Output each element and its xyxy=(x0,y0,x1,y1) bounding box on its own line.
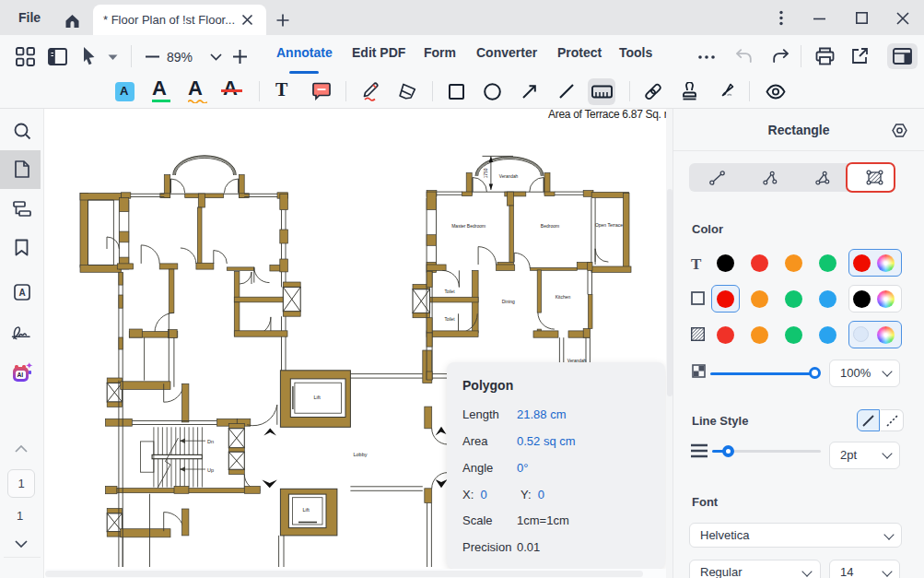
svg-text:Kitchen: Kitchen xyxy=(556,294,571,300)
svg-text:A: A xyxy=(18,288,25,298)
svg-text:Verandah: Verandah xyxy=(499,174,519,179)
svg-text:Dn: Dn xyxy=(207,439,214,444)
svg-text:Up: Up xyxy=(207,467,214,473)
svg-text:1750: 1750 xyxy=(484,168,488,178)
svg-text:Bedroom: Bedroom xyxy=(541,223,559,229)
svg-text:Toilet: Toilet xyxy=(444,289,455,294)
svg-text:Lift: Lift xyxy=(303,507,310,513)
svg-text:Master Bedroom: Master Bedroom xyxy=(451,223,485,229)
svg-text:Toilet: Toilet xyxy=(444,317,455,322)
svg-text:Open Terrace: Open Terrace xyxy=(595,222,623,228)
svg-text:Lobby: Lobby xyxy=(354,452,368,457)
svg-text:Lift: Lift xyxy=(314,395,322,400)
svg-text:Dining: Dining xyxy=(502,299,515,304)
